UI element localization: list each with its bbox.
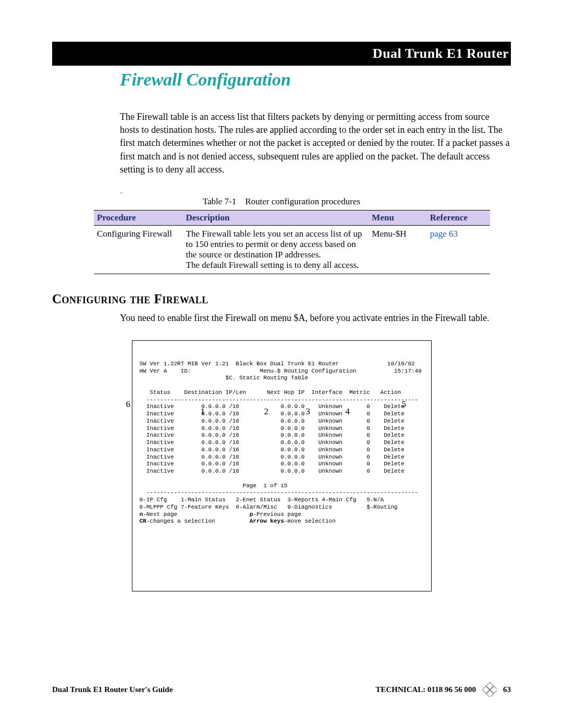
footer-technical: TECHNICAL: 0118 96 56 000	[375, 685, 476, 694]
footer-left: Dual Trunk E1 Router User's Guide	[52, 685, 173, 694]
term-row: Inactive 0.0.0.0 /16 0.0.0.0 Unknown 0 D…	[140, 454, 405, 460]
term-row: Inactive 0.0.0.0 /16 0.0.0.0 Unknown 0 D…	[140, 439, 405, 446]
term-pager: Page 1 of 15	[140, 483, 288, 489]
cell-reference: page 63	[427, 225, 490, 274]
callout-6: 6	[126, 399, 131, 410]
term-menubar: 6-MLPPP Cfg 7-Feature Keys 8-Alarm/Misc …	[140, 504, 398, 510]
term-row: Inactive 0.0.0.0 /16 0.0.0.0 Unknown 0 D…	[140, 403, 405, 410]
term-row: Inactive 0.0.0.0 /16 0.0.0.0 Unknown 0 D…	[140, 432, 405, 438]
callout-4: 4	[346, 406, 350, 417]
term-row: Inactive 0.0.0.0 /16 0.0.0.0 Unknown 0 D…	[140, 418, 405, 424]
th-description: Description	[183, 210, 369, 225]
term-hint: CR-changes a selection Arrow keys-move s…	[140, 518, 336, 524]
callout-2: 2	[264, 406, 269, 417]
section-lead: You need to enable first the Firewall on…	[120, 312, 511, 325]
th-reference: Reference	[427, 210, 490, 225]
table-row: Configuring Firewall The Firewall table …	[94, 225, 490, 274]
footer-page-number: 63	[503, 685, 511, 694]
term-rule: ----------------------------------------…	[140, 397, 419, 403]
term-row: Inactive 0.0.0.0 /16 0.0.0.0 Unknown 0 D…	[140, 447, 405, 453]
footer-right: TECHNICAL: 0118 96 56 000 63	[375, 682, 511, 697]
callout-1: 1	[201, 406, 205, 417]
callout-5: 5	[402, 399, 407, 410]
table-caption: Table 7-1 Router configuration procedure…	[52, 196, 511, 207]
chapter-title: Firewall Configuration	[120, 70, 511, 90]
term-row: Inactive 0.0.0.0 /16 0.0.0.0 Unknown 0 D…	[140, 425, 405, 431]
th-procedure: Procedure	[94, 210, 183, 225]
term-line: $C. Static Routing Table	[140, 375, 308, 381]
terminal-screenshot: SW Ver 1.22RT MIB Ver 1.21 Black Box Dua…	[132, 340, 432, 591]
term-row: Inactive 0.0.0.0 /16 0.0.0.0 Unknown 0 D…	[140, 411, 405, 417]
svg-rect-2	[490, 686, 497, 694]
term-line: HW Ver A ID: Menu-$ Routing Configuratio…	[140, 368, 422, 374]
diamond-icon	[482, 682, 497, 697]
cell-menu: Menu-$H	[369, 225, 426, 274]
term-rule: ----------------------------------------…	[140, 489, 419, 496]
cell-description: The Firewall table lets you set an acces…	[183, 225, 369, 274]
procedures-table: Procedure Description Menu Reference Con…	[94, 210, 490, 274]
term-row: Inactive 0.0.0.0 /16 0.0.0.0 Unknown 0 D…	[140, 468, 405, 474]
table-dots: ..	[120, 189, 511, 194]
term-menubar: 0-IP Cfg 1-Main Status 2-Enet Status 3-R…	[140, 497, 384, 503]
header-blackbar: Dual Trunk E1 Router	[52, 42, 511, 66]
product-title: Dual Trunk E1 Router	[373, 46, 509, 61]
term-col-header: Status Destination IP/Len Next Hop IP In…	[140, 389, 401, 396]
page-ref-link[interactable]: page 63	[430, 229, 458, 239]
svg-rect-1	[482, 686, 489, 694]
intro-paragraph: The Firewall table is an access list tha…	[120, 110, 511, 176]
term-row: Inactive 0.0.0.0 /16 0.0.0.0 Unknown 0 D…	[140, 461, 405, 467]
page-footer: Dual Trunk E1 Router User's Guide TECHNI…	[52, 682, 511, 697]
cell-procedure: Configuring Firewall	[94, 225, 183, 274]
document-page: Dual Trunk E1 Router Firewall Configurat…	[0, 0, 563, 728]
section-heading: Configuring the Firewall	[52, 292, 511, 306]
svg-rect-0	[486, 682, 494, 689]
th-menu: Menu	[369, 210, 426, 225]
callout-3: 3	[306, 406, 311, 417]
term-line: SW Ver 1.22RT MIB Ver 1.21 Black Box Dua…	[140, 361, 415, 367]
svg-rect-3	[486, 690, 494, 697]
term-hint: n-Next page p-Previous page	[140, 511, 301, 517]
